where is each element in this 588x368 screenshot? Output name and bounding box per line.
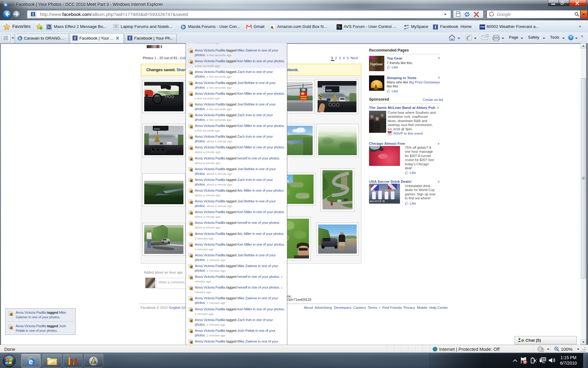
svg-text:?: ? xyxy=(570,35,572,40)
svg-text:e: e xyxy=(5,2,7,7)
svg-text:e: e xyxy=(182,25,184,29)
svg-text:e: e xyxy=(28,357,33,366)
